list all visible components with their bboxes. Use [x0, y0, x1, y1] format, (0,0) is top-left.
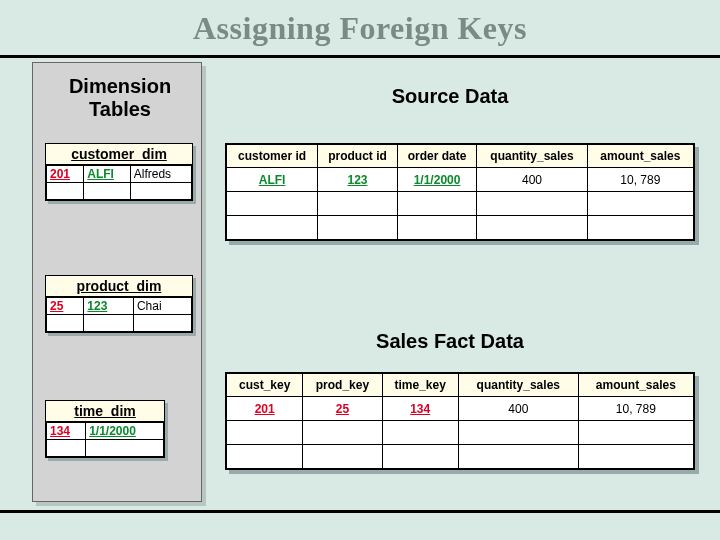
product-dim-code: 123 — [84, 298, 134, 315]
table-row — [47, 315, 192, 332]
customer-dim-caption: customer_dim — [46, 144, 192, 165]
col-header: time_key — [382, 374, 458, 397]
product-dim-key: 25 — [47, 298, 84, 315]
divider-bottom — [0, 510, 720, 513]
product-dim-table: product_dim 25 123 Chai — [45, 275, 193, 333]
fact-data-table: cust_key prod_key time_key quantity_sale… — [225, 372, 695, 470]
slide: Assigning Foreign Keys Dimension Tables … — [0, 0, 720, 540]
col-header: product id — [318, 145, 398, 168]
col-header: customer id — [227, 145, 318, 168]
table-row: 25 123 Chai — [47, 298, 192, 315]
time-dim-table: time_dim 134 1/1/2000 — [45, 400, 165, 458]
col-header: amount_sales — [587, 145, 693, 168]
table-row — [47, 440, 164, 457]
dimension-heading: Dimension Tables — [40, 75, 200, 121]
table-row — [227, 421, 694, 445]
table-row: 201 25 134 400 10, 789 — [227, 397, 694, 421]
src-cell: 123 — [318, 168, 398, 192]
table-row — [227, 192, 694, 216]
table-header-row: cust_key prod_key time_key quantity_sale… — [227, 374, 694, 397]
src-cell: 10, 789 — [587, 168, 693, 192]
dimension-heading-text: Dimension Tables — [69, 75, 171, 120]
time-dim-caption: time_dim — [46, 401, 164, 422]
product-dim-name: Chai — [133, 298, 191, 315]
source-heading: Source Data — [300, 85, 600, 108]
col-header: prod_key — [303, 374, 382, 397]
customer-dim-key: 201 — [47, 166, 84, 183]
customer-dim-name: Alfreds — [130, 166, 191, 183]
fact-cell: 25 — [303, 397, 382, 421]
product-dim-caption: product_dim — [46, 276, 192, 297]
table-row — [227, 216, 694, 240]
src-cell: ALFI — [227, 168, 318, 192]
table-row: 134 1/1/2000 — [47, 423, 164, 440]
col-header: quantity_sales — [477, 145, 587, 168]
time-dim-date: 1/1/2000 — [86, 423, 164, 440]
fact-heading: Sales Fact Data — [300, 330, 600, 353]
source-data-table: customer id product id order date quanti… — [225, 143, 695, 241]
col-header: amount_sales — [578, 374, 693, 397]
fact-cell: 201 — [227, 397, 303, 421]
table-row — [227, 445, 694, 469]
table-row: 201 ALFI Alfreds — [47, 166, 192, 183]
col-header: cust_key — [227, 374, 303, 397]
fact-cell: 134 — [382, 397, 458, 421]
page-title: Assigning Foreign Keys — [0, 0, 720, 47]
table-row: ALFI 123 1/1/2000 400 10, 789 — [227, 168, 694, 192]
table-header-row: customer id product id order date quanti… — [227, 145, 694, 168]
col-header: quantity_sales — [458, 374, 578, 397]
src-cell: 400 — [477, 168, 587, 192]
table-row — [47, 183, 192, 200]
divider-top — [0, 55, 720, 58]
customer-dim-table: customer_dim 201 ALFI Alfreds — [45, 143, 193, 201]
col-header: order date — [397, 145, 477, 168]
customer-dim-code: ALFI — [84, 166, 130, 183]
src-cell: 1/1/2000 — [397, 168, 477, 192]
fact-cell: 10, 789 — [578, 397, 693, 421]
time-dim-key: 134 — [47, 423, 86, 440]
fact-cell: 400 — [458, 397, 578, 421]
